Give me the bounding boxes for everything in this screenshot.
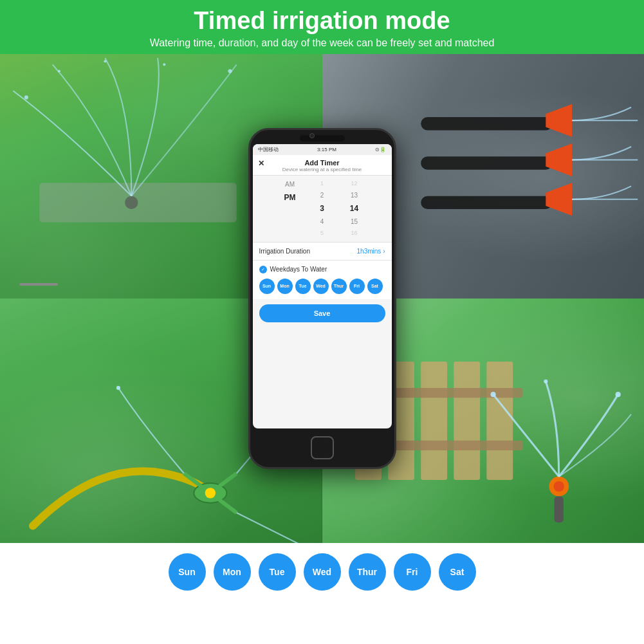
ampm-pm-selected[interactable]: PM bbox=[274, 190, 306, 205]
days-row: Sun Mon Tue Wed Thur Fri Sat bbox=[259, 279, 385, 294]
phone-body: 中国移动 3:15 PM ⊙🔋 ✕ Add Timer Device water… bbox=[248, 128, 396, 469]
duration-label: Irrigation Duration bbox=[259, 248, 310, 255]
bottom-day-fri[interactable]: Fri bbox=[394, 553, 431, 591]
hour-5[interactable]: 5 bbox=[306, 228, 338, 239]
day-badge-mon[interactable]: Mon bbox=[277, 279, 293, 294]
duration-row[interactable]: Irrigation Duration 1h3mins › bbox=[253, 242, 392, 261]
day-badge-sat[interactable]: Sat bbox=[367, 279, 383, 294]
minute-12[interactable]: 12 bbox=[338, 178, 371, 189]
status-bar: 中国移动 3:15 PM ⊙🔋 bbox=[253, 144, 392, 155]
bottom-day-wed[interactable]: Wed bbox=[304, 553, 341, 591]
bottom-day-mon[interactable]: Mon bbox=[214, 553, 251, 591]
svg-point-30 bbox=[553, 481, 564, 492]
bottom-day-sat[interactable]: Sat bbox=[439, 553, 476, 591]
svg-point-17 bbox=[205, 488, 216, 498]
svg-point-32 bbox=[490, 392, 495, 397]
svg-rect-26 bbox=[486, 362, 513, 480]
save-button[interactable]: Save bbox=[259, 304, 385, 322]
svg-rect-25 bbox=[454, 362, 480, 480]
svg-point-7 bbox=[228, 69, 232, 73]
day-badge-tue[interactable]: Tue bbox=[295, 279, 311, 294]
minute-15[interactable]: 15 bbox=[338, 216, 371, 228]
svg-rect-9 bbox=[421, 117, 552, 130]
svg-rect-11 bbox=[421, 196, 552, 208]
svg-point-20 bbox=[116, 385, 120, 389]
carrier-text: 中国移动 bbox=[258, 146, 279, 153]
duration-chevron: › bbox=[383, 248, 385, 255]
phone-mockup: 中国移动 3:15 PM ⊙🔋 ✕ Add Timer Device water… bbox=[248, 128, 396, 469]
page-subtitle: Watering time, duration, and day of the … bbox=[13, 37, 631, 49]
app-subtitle: Device watering at a specified time bbox=[258, 167, 387, 172]
app-title: Add Timer bbox=[258, 159, 387, 167]
minute-13[interactable]: 13 bbox=[338, 189, 371, 201]
main-content: 中国移动 3:15 PM ⊙🔋 ✕ Add Timer Device water… bbox=[0, 54, 644, 543]
phone-screen: 中国移动 3:15 PM ⊙🔋 ✕ Add Timer Device water… bbox=[253, 144, 392, 428]
svg-point-34 bbox=[615, 392, 620, 397]
hour-3-selected[interactable]: 3 bbox=[306, 201, 338, 216]
minute-column[interactable]: 12 13 14 15 16 bbox=[338, 178, 371, 239]
svg-point-6 bbox=[163, 63, 165, 66]
day-badge-thur[interactable]: Thur bbox=[331, 279, 347, 294]
page-title: Timed irrigation mode bbox=[13, 6, 631, 36]
weekdays-section: ✓ Weekdays To Water Sun Mon Tue Wed Thur… bbox=[253, 261, 392, 299]
status-icons: ⊙🔋 bbox=[375, 147, 386, 152]
svg-rect-24 bbox=[421, 362, 447, 480]
svg-point-5 bbox=[104, 60, 106, 62]
phone-camera bbox=[309, 133, 315, 138]
hour-column[interactable]: 1 2 3 4 5 bbox=[306, 178, 338, 239]
svg-point-4 bbox=[58, 69, 60, 72]
close-icon[interactable]: ✕ bbox=[258, 159, 264, 168]
duration-value: 1h3mins › bbox=[357, 248, 385, 255]
day-badge-fri[interactable]: Fri bbox=[349, 279, 365, 294]
minute-14-selected[interactable]: 14 bbox=[338, 201, 371, 216]
header-banner: Timed irrigation mode Watering time, dur… bbox=[0, 0, 644, 54]
bottom-days-bar: Sun Mon Tue Wed Thur Fri Sat bbox=[0, 543, 644, 601]
ampm-am[interactable]: AM bbox=[274, 178, 306, 190]
svg-point-33 bbox=[544, 379, 547, 383]
hour-4[interactable]: 4 bbox=[306, 216, 338, 228]
app-header: ✕ Add Timer Device watering at a specifi… bbox=[253, 155, 392, 176]
weekdays-header: ✓ Weekdays To Water bbox=[259, 266, 385, 273]
weekdays-checkbox[interactable]: ✓ bbox=[259, 266, 267, 273]
svg-point-2 bbox=[125, 196, 138, 208]
ampm-column[interactable]: AM PM bbox=[274, 178, 306, 239]
hour-1[interactable]: 1 bbox=[306, 178, 338, 189]
minute-16[interactable]: 16 bbox=[338, 228, 371, 239]
svg-point-3 bbox=[24, 95, 28, 99]
svg-rect-10 bbox=[421, 156, 552, 169]
phone-home-button[interactable] bbox=[311, 436, 334, 459]
weekdays-title: Weekdays To Water bbox=[270, 266, 327, 273]
bottom-day-sun[interactable]: Sun bbox=[169, 553, 206, 591]
day-badge-wed[interactable]: Wed bbox=[313, 279, 329, 294]
svg-rect-31 bbox=[554, 496, 563, 522]
hour-2[interactable]: 2 bbox=[306, 189, 338, 201]
day-badge-sun[interactable]: Sun bbox=[259, 279, 275, 294]
bottom-day-tue[interactable]: Tue bbox=[259, 553, 296, 591]
time-picker[interactable]: AM PM 1 2 3 4 5 bbox=[253, 176, 392, 242]
status-time: 3:15 PM bbox=[317, 147, 336, 152]
picker-columns: AM PM 1 2 3 4 5 bbox=[253, 178, 392, 239]
bottom-day-thur[interactable]: Thur bbox=[349, 553, 386, 591]
phone-notch bbox=[300, 135, 345, 142]
